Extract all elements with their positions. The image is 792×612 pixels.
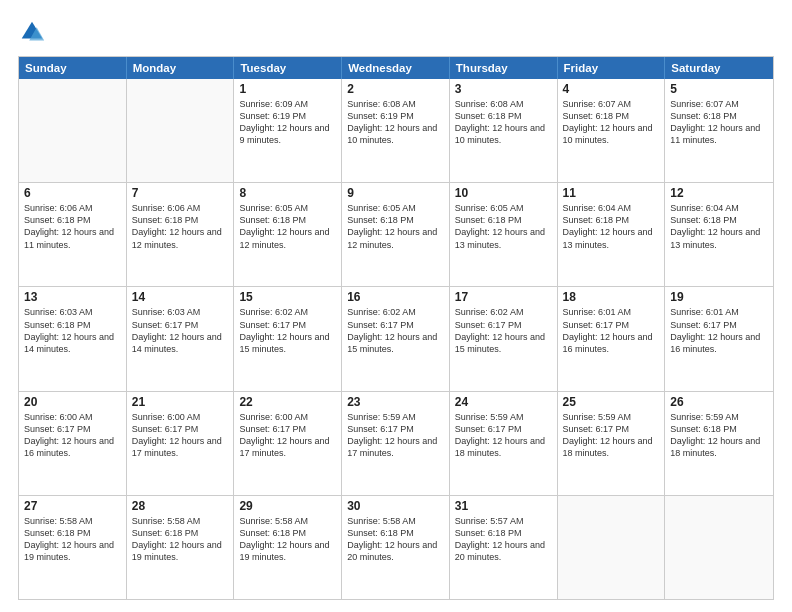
logo-icon	[18, 18, 46, 46]
day-number: 11	[563, 186, 660, 200]
day-info: Sunrise: 6:00 AM Sunset: 6:17 PM Dayligh…	[239, 411, 336, 460]
calendar-cell: 30Sunrise: 5:58 AM Sunset: 6:18 PM Dayli…	[342, 496, 450, 599]
calendar-cell: 10Sunrise: 6:05 AM Sunset: 6:18 PM Dayli…	[450, 183, 558, 286]
day-info: Sunrise: 6:05 AM Sunset: 6:18 PM Dayligh…	[239, 202, 336, 251]
weekday-header: Friday	[558, 57, 666, 79]
day-info: Sunrise: 5:58 AM Sunset: 6:18 PM Dayligh…	[239, 515, 336, 564]
day-info: Sunrise: 6:09 AM Sunset: 6:19 PM Dayligh…	[239, 98, 336, 147]
calendar-cell: 14Sunrise: 6:03 AM Sunset: 6:17 PM Dayli…	[127, 287, 235, 390]
header	[18, 18, 774, 46]
page: SundayMondayTuesdayWednesdayThursdayFrid…	[0, 0, 792, 612]
day-number: 17	[455, 290, 552, 304]
calendar-week: 13Sunrise: 6:03 AM Sunset: 6:18 PM Dayli…	[19, 287, 773, 391]
calendar-cell: 1Sunrise: 6:09 AM Sunset: 6:19 PM Daylig…	[234, 79, 342, 182]
day-info: Sunrise: 6:04 AM Sunset: 6:18 PM Dayligh…	[563, 202, 660, 251]
day-info: Sunrise: 6:03 AM Sunset: 6:17 PM Dayligh…	[132, 306, 229, 355]
calendar-cell: 20Sunrise: 6:00 AM Sunset: 6:17 PM Dayli…	[19, 392, 127, 495]
weekday-header: Thursday	[450, 57, 558, 79]
calendar-cell	[665, 496, 773, 599]
calendar-cell: 17Sunrise: 6:02 AM Sunset: 6:17 PM Dayli…	[450, 287, 558, 390]
calendar-cell	[19, 79, 127, 182]
day-info: Sunrise: 5:58 AM Sunset: 6:18 PM Dayligh…	[347, 515, 444, 564]
calendar-week: 6Sunrise: 6:06 AM Sunset: 6:18 PM Daylig…	[19, 183, 773, 287]
day-info: Sunrise: 6:05 AM Sunset: 6:18 PM Dayligh…	[347, 202, 444, 251]
day-number: 3	[455, 82, 552, 96]
weekday-header: Tuesday	[234, 57, 342, 79]
calendar-cell: 19Sunrise: 6:01 AM Sunset: 6:17 PM Dayli…	[665, 287, 773, 390]
calendar-cell: 11Sunrise: 6:04 AM Sunset: 6:18 PM Dayli…	[558, 183, 666, 286]
day-number: 12	[670, 186, 768, 200]
day-number: 5	[670, 82, 768, 96]
day-number: 16	[347, 290, 444, 304]
calendar-cell: 13Sunrise: 6:03 AM Sunset: 6:18 PM Dayli…	[19, 287, 127, 390]
day-number: 10	[455, 186, 552, 200]
calendar-cell: 5Sunrise: 6:07 AM Sunset: 6:18 PM Daylig…	[665, 79, 773, 182]
calendar-cell: 23Sunrise: 5:59 AM Sunset: 6:17 PM Dayli…	[342, 392, 450, 495]
weekday-header: Monday	[127, 57, 235, 79]
weekday-header: Sunday	[19, 57, 127, 79]
day-info: Sunrise: 6:06 AM Sunset: 6:18 PM Dayligh…	[132, 202, 229, 251]
calendar-cell: 2Sunrise: 6:08 AM Sunset: 6:19 PM Daylig…	[342, 79, 450, 182]
day-info: Sunrise: 6:07 AM Sunset: 6:18 PM Dayligh…	[563, 98, 660, 147]
day-number: 13	[24, 290, 121, 304]
calendar-cell: 18Sunrise: 6:01 AM Sunset: 6:17 PM Dayli…	[558, 287, 666, 390]
day-info: Sunrise: 5:59 AM Sunset: 6:18 PM Dayligh…	[670, 411, 768, 460]
day-info: Sunrise: 6:00 AM Sunset: 6:17 PM Dayligh…	[24, 411, 121, 460]
day-number: 15	[239, 290, 336, 304]
day-number: 18	[563, 290, 660, 304]
day-number: 26	[670, 395, 768, 409]
day-info: Sunrise: 6:01 AM Sunset: 6:17 PM Dayligh…	[670, 306, 768, 355]
calendar-cell: 29Sunrise: 5:58 AM Sunset: 6:18 PM Dayli…	[234, 496, 342, 599]
day-info: Sunrise: 6:01 AM Sunset: 6:17 PM Dayligh…	[563, 306, 660, 355]
day-info: Sunrise: 5:59 AM Sunset: 6:17 PM Dayligh…	[455, 411, 552, 460]
calendar-cell	[558, 496, 666, 599]
day-number: 30	[347, 499, 444, 513]
day-number: 2	[347, 82, 444, 96]
day-info: Sunrise: 6:02 AM Sunset: 6:17 PM Dayligh…	[455, 306, 552, 355]
calendar-cell: 6Sunrise: 6:06 AM Sunset: 6:18 PM Daylig…	[19, 183, 127, 286]
day-info: Sunrise: 6:07 AM Sunset: 6:18 PM Dayligh…	[670, 98, 768, 147]
calendar-cell: 8Sunrise: 6:05 AM Sunset: 6:18 PM Daylig…	[234, 183, 342, 286]
day-number: 27	[24, 499, 121, 513]
calendar-cell: 3Sunrise: 6:08 AM Sunset: 6:18 PM Daylig…	[450, 79, 558, 182]
day-info: Sunrise: 6:08 AM Sunset: 6:19 PM Dayligh…	[347, 98, 444, 147]
day-info: Sunrise: 5:57 AM Sunset: 6:18 PM Dayligh…	[455, 515, 552, 564]
calendar-cell: 28Sunrise: 5:58 AM Sunset: 6:18 PM Dayli…	[127, 496, 235, 599]
day-info: Sunrise: 6:06 AM Sunset: 6:18 PM Dayligh…	[24, 202, 121, 251]
weekday-header: Saturday	[665, 57, 773, 79]
day-info: Sunrise: 5:58 AM Sunset: 6:18 PM Dayligh…	[132, 515, 229, 564]
day-number: 1	[239, 82, 336, 96]
day-number: 6	[24, 186, 121, 200]
day-number: 29	[239, 499, 336, 513]
day-number: 31	[455, 499, 552, 513]
calendar-cell: 25Sunrise: 5:59 AM Sunset: 6:17 PM Dayli…	[558, 392, 666, 495]
day-number: 8	[239, 186, 336, 200]
calendar-cell: 12Sunrise: 6:04 AM Sunset: 6:18 PM Dayli…	[665, 183, 773, 286]
calendar-cell: 16Sunrise: 6:02 AM Sunset: 6:17 PM Dayli…	[342, 287, 450, 390]
calendar: SundayMondayTuesdayWednesdayThursdayFrid…	[18, 56, 774, 600]
calendar-cell: 15Sunrise: 6:02 AM Sunset: 6:17 PM Dayli…	[234, 287, 342, 390]
calendar-cell: 7Sunrise: 6:06 AM Sunset: 6:18 PM Daylig…	[127, 183, 235, 286]
day-number: 28	[132, 499, 229, 513]
day-number: 14	[132, 290, 229, 304]
calendar-cell: 26Sunrise: 5:59 AM Sunset: 6:18 PM Dayli…	[665, 392, 773, 495]
day-info: Sunrise: 5:59 AM Sunset: 6:17 PM Dayligh…	[347, 411, 444, 460]
day-number: 7	[132, 186, 229, 200]
calendar-week: 1Sunrise: 6:09 AM Sunset: 6:19 PM Daylig…	[19, 79, 773, 183]
day-number: 9	[347, 186, 444, 200]
calendar-cell	[127, 79, 235, 182]
day-info: Sunrise: 6:08 AM Sunset: 6:18 PM Dayligh…	[455, 98, 552, 147]
weekday-header: Wednesday	[342, 57, 450, 79]
calendar-cell: 24Sunrise: 5:59 AM Sunset: 6:17 PM Dayli…	[450, 392, 558, 495]
calendar-cell: 22Sunrise: 6:00 AM Sunset: 6:17 PM Dayli…	[234, 392, 342, 495]
day-info: Sunrise: 6:00 AM Sunset: 6:17 PM Dayligh…	[132, 411, 229, 460]
day-number: 25	[563, 395, 660, 409]
day-info: Sunrise: 6:04 AM Sunset: 6:18 PM Dayligh…	[670, 202, 768, 251]
day-number: 21	[132, 395, 229, 409]
day-number: 24	[455, 395, 552, 409]
calendar-cell: 4Sunrise: 6:07 AM Sunset: 6:18 PM Daylig…	[558, 79, 666, 182]
day-info: Sunrise: 6:03 AM Sunset: 6:18 PM Dayligh…	[24, 306, 121, 355]
day-info: Sunrise: 6:02 AM Sunset: 6:17 PM Dayligh…	[347, 306, 444, 355]
day-info: Sunrise: 5:58 AM Sunset: 6:18 PM Dayligh…	[24, 515, 121, 564]
day-number: 20	[24, 395, 121, 409]
